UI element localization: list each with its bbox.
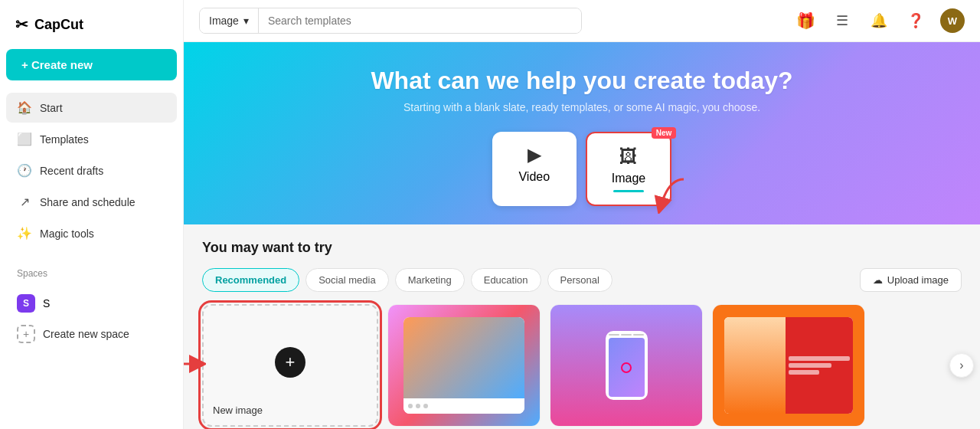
nav-drafts-label: Recent drafts: [40, 165, 103, 177]
sidebar-item-start[interactable]: 🏠 Start: [6, 93, 177, 123]
hero-title: What can we help you create today?: [214, 67, 949, 95]
upload-image-button[interactable]: ☁ Upload image: [860, 268, 962, 292]
yt-inner: [724, 317, 853, 414]
content-area: What can we help you create today? Start…: [184, 42, 980, 429]
upload-icon: ☁: [873, 274, 883, 286]
search-container: Image ▾: [199, 8, 582, 34]
hero-tab-image[interactable]: New 🖼 Image: [586, 132, 671, 206]
yt-person: [724, 317, 786, 414]
section-title: You may want to try: [202, 240, 962, 256]
new-image-wrapper: + New image: [202, 304, 378, 427]
instagram-post-preview: [388, 305, 540, 426]
logo: ✂ CapCut: [6, 9, 177, 40]
help-icon[interactable]: ❓: [903, 8, 928, 33]
create-space-icon: +: [17, 325, 35, 343]
story-phone: [606, 331, 648, 400]
filter-marketing-label: Marketing: [408, 274, 452, 286]
sidebar-item-share-schedule[interactable]: ↗ Share and schedule: [6, 187, 177, 217]
magic-icon: ✨: [17, 226, 32, 241]
instagram-post-label: Instagram post: [388, 426, 540, 427]
filter-tab-personal[interactable]: Personal: [547, 268, 612, 292]
image-icon: 🖼: [619, 146, 638, 167]
filter-tab-social-media[interactable]: Social media: [305, 268, 388, 292]
yt-line-1: [789, 356, 850, 361]
layers-icon[interactable]: ☰: [830, 8, 854, 33]
sidebar-item-magic-tools[interactable]: ✨ Magic tools: [6, 218, 177, 248]
nav-magic-label: Magic tools: [40, 228, 94, 240]
bell-icon[interactable]: 🔔: [867, 8, 891, 33]
story-top-bar: [609, 334, 645, 336]
instagram-story-label: Instagram story: [550, 426, 702, 427]
create-space-item[interactable]: + Create new space: [6, 319, 177, 349]
filter-tabs: Recommended Social media Marketing Educa…: [202, 268, 962, 292]
create-new-button[interactable]: + Create new: [6, 49, 177, 80]
spaces-label: Spaces: [6, 265, 177, 282]
logo-text: CapCut: [34, 17, 83, 33]
home-icon: 🏠: [17, 100, 32, 115]
tab-underline: [613, 190, 644, 192]
story-line-1: [609, 334, 619, 336]
yt-line-2: [789, 363, 831, 368]
hero-subtitle: Starting with a blank slate, ready templ…: [214, 101, 949, 113]
scroll-next-button[interactable]: ›: [949, 353, 974, 378]
topbar: Image ▾ 🎁 ☰ 🔔 ❓ W: [184, 0, 980, 42]
nav-templates-label: Templates: [40, 133, 89, 146]
new-badge: New: [652, 127, 677, 139]
plus-icon: +: [275, 347, 305, 378]
nav-start-label: Start: [40, 102, 63, 114]
dot-2: [416, 404, 420, 408]
instagram-story-preview: [550, 305, 702, 426]
story-line-2: [621, 334, 632, 336]
template-grid: + New image: [202, 304, 962, 427]
filter-social-label: Social media: [318, 274, 375, 286]
user-avatar[interactable]: W: [940, 8, 965, 33]
story-line-3: [633, 334, 644, 336]
hero-tab-video[interactable]: ▶ Video: [492, 132, 577, 206]
sidebar: ✂ CapCut + Create new 🏠 Start ⬜ Template…: [0, 0, 184, 429]
yt-text-side: [786, 317, 853, 414]
main-content: Image ▾ 🎁 ☰ 🔔 ❓ W What can we help you c…: [184, 0, 980, 429]
hero-banner: What can we help you create today? Start…: [184, 42, 980, 224]
hero-tabs: ▶ Video New 🖼 Image: [214, 132, 949, 206]
template-grid-container: + New image: [202, 304, 962, 427]
sidebar-item-recent-drafts[interactable]: 🕐 Recent drafts: [6, 156, 177, 185]
create-new-label: + Create new: [21, 58, 93, 71]
templates-icon: ⬜: [17, 132, 32, 146]
instagram-post-card[interactable]: Instagram post: [387, 304, 541, 427]
new-image-label: New image: [213, 404, 263, 416]
chevron-down-icon: ▾: [243, 15, 249, 27]
share-icon: ↗: [17, 195, 32, 209]
search-type-dropdown[interactable]: Image ▾: [200, 8, 259, 33]
youtube-preview: [713, 305, 864, 426]
yt-line-3: [789, 370, 819, 375]
insta-icon: [621, 362, 632, 373]
filter-tab-education[interactable]: Education: [471, 268, 541, 292]
dot-1: [408, 404, 413, 408]
filter-tab-marketing[interactable]: Marketing: [395, 268, 465, 292]
search-input[interactable]: [259, 8, 581, 33]
filter-tab-recommended[interactable]: Recommended: [202, 268, 299, 292]
space-item[interactable]: S S: [6, 288, 177, 319]
youtube-thumbnail-label: YouTube thumbnail: [713, 426, 864, 427]
space-avatar: S: [17, 294, 35, 313]
create-space-label: Create new space: [43, 328, 129, 340]
filter-education-label: Education: [484, 274, 528, 286]
hero-tab-image-label: Image: [612, 172, 645, 185]
filter-personal-label: Personal: [560, 274, 599, 286]
insta-post-bar: [403, 398, 524, 414]
gift-icon[interactable]: 🎁: [793, 8, 818, 33]
hero-tab-video-label: Video: [518, 170, 550, 184]
nav-share-label: Share and schedule: [40, 196, 136, 208]
youtube-thumbnail-card[interactable]: YouTube thumbnail: [712, 304, 865, 427]
sidebar-item-templates[interactable]: ⬜ Templates: [6, 124, 177, 154]
topbar-icons: 🎁 ☰ 🔔 ❓ W: [793, 8, 965, 33]
dot-3: [423, 404, 428, 408]
instagram-story-card[interactable]: Instagram story: [550, 304, 703, 427]
insta-post-inner: [403, 317, 524, 414]
upload-label: Upload image: [887, 274, 949, 286]
insta-post-image: [403, 317, 524, 398]
search-type-label: Image: [209, 15, 239, 27]
new-image-card[interactable]: + New image: [202, 304, 378, 427]
story-content: [609, 338, 645, 397]
space-name: S: [43, 297, 50, 309]
